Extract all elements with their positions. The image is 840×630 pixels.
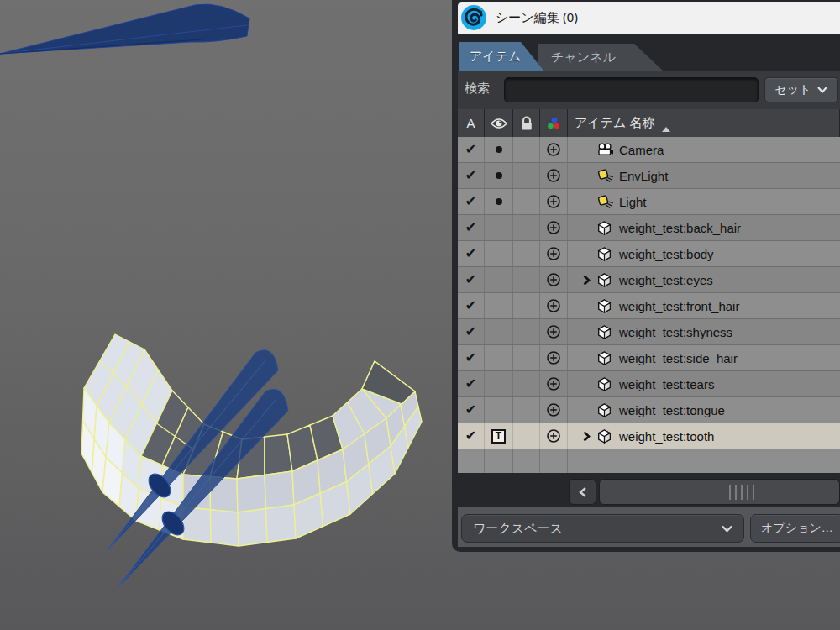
add-channel-button[interactable]: [540, 319, 568, 344]
add-channel-button[interactable]: [540, 241, 568, 266]
active-checkbox[interactable]: ✔: [458, 293, 485, 318]
check-icon: ✔: [465, 143, 476, 156]
active-checkbox[interactable]: ✔: [458, 371, 485, 396]
table-row[interactable]: ✔ T: [458, 241, 840, 267]
column-header-name[interactable]: アイテム 名称: [568, 109, 840, 137]
lock-toggle[interactable]: [513, 267, 540, 292]
table-row[interactable]: ✔ T: [458, 345, 840, 371]
texture-visibility-icon: T: [491, 429, 506, 444]
active-checkbox[interactable]: ✔: [458, 397, 485, 423]
visibility-toggle[interactable]: T: [485, 371, 513, 396]
lock-toggle[interactable]: [513, 397, 540, 423]
add-channel-button[interactable]: [540, 423, 568, 449]
visibility-toggle[interactable]: T: [485, 215, 513, 240]
lock-toggle[interactable]: [513, 423, 540, 449]
visibility-toggle[interactable]: T: [485, 137, 513, 162]
add-channel-button[interactable]: [540, 345, 568, 370]
set-dropdown-button[interactable]: セット: [764, 77, 838, 102]
item-name-cell[interactable]: weight_test:tooth: [568, 423, 840, 449]
column-header-active[interactable]: A: [458, 109, 485, 137]
item-name-cell[interactable]: Camera: [568, 137, 840, 162]
item-name-cell[interactable]: EnvLight: [568, 163, 840, 188]
item-name-cell[interactable]: weight_test:body: [568, 241, 840, 266]
item-name-cell[interactable]: weight_test:back_hair: [568, 215, 840, 240]
add-channel-button[interactable]: [540, 215, 568, 240]
active-checkbox[interactable]: ✔: [458, 267, 485, 292]
visible-dot-icon: [496, 146, 502, 153]
lock-toggle[interactable]: [513, 163, 540, 188]
visibility-toggle[interactable]: T: [485, 345, 513, 370]
item-name-cell[interactable]: weight_test:tears: [568, 371, 840, 396]
table-row[interactable]: ✔ T: [458, 293, 840, 319]
search-input[interactable]: [504, 77, 759, 102]
table-row[interactable]: ✔ T: [458, 319, 840, 345]
table-row[interactable]: ✔ T: [458, 163, 840, 189]
workspace-dropdown[interactable]: ワークスペース: [461, 514, 744, 543]
search-row: 検索 セット: [458, 71, 840, 109]
options-button[interactable]: オプション…: [750, 514, 840, 543]
lock-toggle[interactable]: [513, 319, 540, 344]
item-name-cell[interactable]: weight_test:eyes: [568, 267, 840, 292]
lock-toggle[interactable]: [513, 345, 540, 370]
item-name: Light: [619, 195, 647, 209]
active-checkbox[interactable]: ✔: [458, 163, 485, 188]
add-channel-button[interactable]: [540, 137, 568, 162]
active-checkbox[interactable]: ✔: [458, 189, 485, 214]
cone-top-left[interactable]: [0, 4, 249, 54]
visibility-toggle[interactable]: T: [485, 189, 513, 214]
column-header-lock[interactable]: [513, 109, 540, 137]
visible-dot-icon: [496, 172, 502, 179]
visibility-toggle[interactable]: T: [485, 241, 513, 266]
mesh-icon: [597, 429, 615, 444]
item-name-cell[interactable]: weight_test:tongue: [568, 397, 840, 423]
table-row[interactable]: ✔ T: [458, 267, 840, 293]
scroll-left-button[interactable]: [569, 479, 596, 505]
add-channel-button[interactable]: [540, 397, 568, 423]
item-name-cell[interactable]: weight_test:front_hair: [568, 293, 840, 318]
horizontal-scrollbar[interactable]: [599, 479, 840, 505]
panel-titlebar[interactable]: シーン編集 (0): [458, 2, 840, 34]
lock-toggle[interactable]: [513, 371, 540, 396]
add-channel-button[interactable]: [540, 189, 568, 214]
table-row[interactable]: ✔ T: [458, 397, 840, 423]
mesh-icon: [597, 351, 615, 365]
active-checkbox[interactable]: ✔: [458, 423, 485, 449]
expand-arrow-icon[interactable]: [583, 275, 597, 286]
table-row[interactable]: ✔ T: [458, 371, 840, 397]
item-name-cell[interactable]: weight_test:shyness: [568, 319, 840, 344]
active-checkbox[interactable]: ✔: [458, 215, 485, 240]
table-row[interactable]: ✔ T: [458, 423, 840, 449]
check-icon: ✔: [465, 273, 476, 286]
chevron-down-icon: [722, 525, 732, 533]
table-row[interactable]: ✔ T: [458, 189, 840, 215]
plus-circle-icon: [546, 272, 561, 287]
lock-toggle[interactable]: [513, 137, 540, 162]
lock-toggle[interactable]: [513, 189, 540, 214]
lock-toggle[interactable]: [513, 241, 540, 266]
visibility-toggle[interactable]: T: [485, 267, 513, 292]
viewport-3d[interactable]: [0, 0, 452, 630]
active-checkbox[interactable]: ✔: [458, 241, 485, 266]
item-name-cell[interactable]: weight_test:side_hair: [568, 345, 840, 370]
active-checkbox[interactable]: ✔: [458, 137, 485, 162]
scrollbar-grip[interactable]: [729, 485, 754, 500]
add-channel-button[interactable]: [540, 163, 568, 188]
item-name-cell[interactable]: Light: [568, 189, 840, 214]
table-row[interactable]: ✔ T: [458, 215, 840, 241]
visibility-toggle[interactable]: T: [485, 163, 513, 188]
column-header-color[interactable]: [540, 109, 568, 137]
lock-toggle[interactable]: [513, 293, 540, 318]
visibility-toggle[interactable]: T: [485, 397, 513, 423]
expand-arrow-icon[interactable]: [583, 431, 597, 442]
visibility-toggle[interactable]: T: [485, 293, 513, 318]
add-channel-button[interactable]: [540, 293, 568, 318]
visibility-toggle[interactable]: T: [485, 423, 513, 449]
table-row[interactable]: ✔ T: [458, 137, 840, 163]
active-checkbox[interactable]: ✔: [458, 345, 485, 370]
add-channel-button[interactable]: [540, 267, 568, 292]
active-checkbox[interactable]: ✔: [458, 319, 485, 344]
column-header-visibility[interactable]: [485, 109, 513, 137]
lock-toggle[interactable]: [513, 215, 540, 240]
add-channel-button[interactable]: [540, 371, 568, 396]
visibility-toggle[interactable]: T: [485, 319, 513, 344]
